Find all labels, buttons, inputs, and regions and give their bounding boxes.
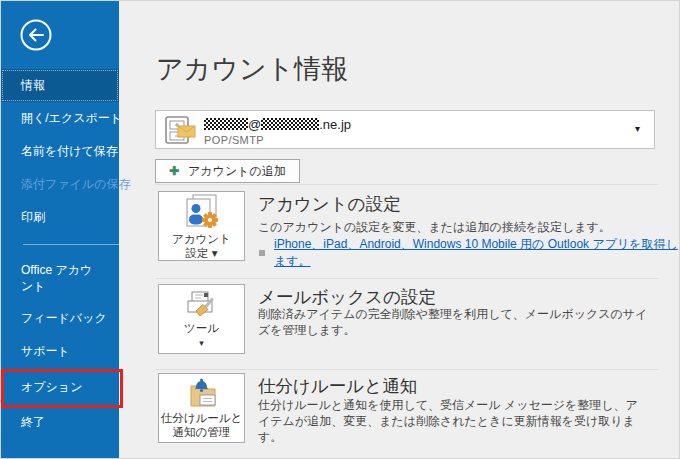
outlook-apps-link-row: iPhone、iPad、Android、Windows 10 Mobile 用の… xyxy=(259,236,679,270)
account-selector[interactable]: @.ne.jp POP/SMTP ▾ xyxy=(155,110,655,149)
account-settings-icon xyxy=(182,192,222,230)
redacted-block xyxy=(261,118,319,130)
masked-email: @.ne.jp xyxy=(204,117,351,132)
add-account-label: アカウントの追加 xyxy=(188,163,286,180)
mailbox-tools-button[interactable]: ツール ▾ xyxy=(158,284,245,354)
manage-rules-alerts-button[interactable]: 仕分けルールと 通知の管理 xyxy=(158,373,245,443)
chevron-down-icon[interactable]: ▾ xyxy=(635,123,640,134)
button-label: ツール ▾ xyxy=(184,321,219,349)
account-protocol: POP/SMTP xyxy=(204,134,264,146)
button-label: 仕分けルールと 通知の管理 xyxy=(161,411,243,439)
sidebar-item-options[interactable]: オプション xyxy=(1,368,119,406)
section-desc-rules-alerts: 仕分けルールと通知を使用して、受信メール メッセージを整理し、アイテムが追加、変… xyxy=(258,397,650,445)
sidebar-nav: 情報 開く/エクスポート 名前を付けて保存 添付ファイルの保存 印刷 Offic… xyxy=(1,69,119,439)
sidebar-item-print[interactable]: 印刷 xyxy=(1,201,119,234)
account-mailbox-icon xyxy=(163,115,199,151)
account-settings-button[interactable]: アカウント 設定 ▾ xyxy=(158,191,245,261)
back-arrow-icon xyxy=(19,18,53,52)
add-account-button[interactable]: ✚ アカウントの追加 xyxy=(155,159,300,183)
page-title: アカウント情報 xyxy=(156,51,348,87)
sidebar-item-office-account[interactable]: Office アカウント xyxy=(1,254,103,302)
section-heading-rules-alerts: 仕分けルールと通知 xyxy=(258,374,417,398)
section-divider xyxy=(156,184,659,185)
backstage-sidebar: 情報 開く/エクスポート 名前を付けて保存 添付ファイルの保存 印刷 Offic… xyxy=(1,1,119,458)
sidebar-separator xyxy=(23,244,119,245)
sidebar-item-feedback[interactable]: フィードバック xyxy=(1,302,119,335)
section-heading-account-settings: アカウントの設定 xyxy=(258,192,400,216)
button-label: アカウント 設定 ▾ xyxy=(172,232,231,260)
section-divider xyxy=(156,278,659,279)
outlook-apps-link[interactable]: iPhone、iPad、Android、Windows 10 Mobile 用の… xyxy=(274,236,679,270)
redacted-block xyxy=(204,118,248,130)
outlook-backstage-window: 情報 開く/エクスポート 名前を付けて保存 添付ファイルの保存 印刷 Offic… xyxy=(0,0,680,459)
sidebar-item-save-attachments: 添付ファイルの保存 xyxy=(1,168,119,201)
rules-alerts-icon xyxy=(182,377,222,409)
mailbox-cleanup-icon xyxy=(183,289,221,319)
section-divider xyxy=(156,369,659,370)
section-desc-mailbox-settings: 削除済みアイテムの完全削除や整理を利用して、メールボックスのサイズを管理します。 xyxy=(258,306,650,338)
sidebar-item-open-export[interactable]: 開く/エクスポート xyxy=(1,102,119,135)
section-desc-account-settings: このアカウントの設定を変更、または追加の接続を設定します。 xyxy=(258,219,650,235)
back-button[interactable] xyxy=(19,18,53,52)
sidebar-item-support[interactable]: サポート xyxy=(1,335,119,368)
sidebar-item-exit[interactable]: 終了 xyxy=(1,406,119,439)
sidebar-item-save-as[interactable]: 名前を付けて保存 xyxy=(1,135,119,168)
sidebar-item-info[interactable]: 情報 xyxy=(1,69,119,102)
square-bullet-icon xyxy=(259,250,265,256)
plus-icon: ✚ xyxy=(169,164,179,178)
